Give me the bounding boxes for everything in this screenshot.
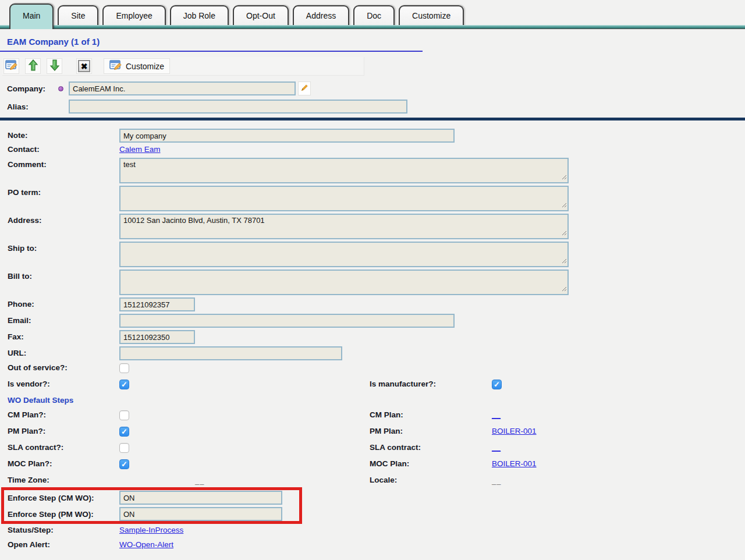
edit-record-button[interactable]: [3, 58, 19, 74]
moc-plan-label: MOC Plan:: [370, 459, 492, 468]
status-step-label: Status/Step:: [8, 526, 119, 534]
cm-plan-checkbox[interactable]: [119, 410, 129, 420]
comment-textarea[interactable]: test: [119, 158, 569, 183]
resize-grip-icon[interactable]: [562, 201, 567, 210]
url-input[interactable]: [119, 346, 342, 360]
pm-plan-link[interactable]: BOILER-001: [492, 427, 537, 435]
enforce-step-cm-input[interactable]: [119, 491, 282, 505]
phone-label: Phone:: [8, 297, 119, 309]
toolbar: ✖ Customize: [2, 57, 364, 76]
is-vendor-label: Is vendor?:: [8, 380, 119, 388]
enforce-step-pm-label: Enforce Step (PM WO):: [8, 510, 119, 519]
wo-default-steps-heading: WO Default Steps: [8, 396, 745, 405]
sla-contract-cb-label: SLA contract?:: [8, 443, 119, 452]
moc-plan-checkbox[interactable]: [119, 459, 129, 469]
pencil-icon: [300, 83, 309, 94]
email-input[interactable]: [119, 314, 455, 328]
edit-company-button[interactable]: [298, 81, 311, 95]
close-icon: ✖: [78, 60, 90, 72]
resize-grip-icon[interactable]: [562, 229, 567, 238]
time-zone-label: Time Zone:: [8, 476, 119, 484]
bill-to-label: Bill to:: [8, 270, 119, 281]
note-input[interactable]: [119, 129, 455, 143]
address-label: Address:: [8, 214, 119, 225]
enforce-step-cm-label: Enforce Step (CM WO):: [8, 494, 119, 502]
cm-plan-link[interactable]: __: [492, 410, 501, 419]
comment-label: Comment:: [8, 158, 119, 169]
open-alert-link[interactable]: WO-Open-Alert: [119, 540, 173, 549]
edit-form-icon: [109, 59, 122, 73]
company-label: Company:: [7, 84, 58, 93]
email-label: Email:: [8, 314, 119, 325]
tab-main[interactable]: Main: [9, 3, 54, 29]
main-form: Note: Contact: Calem Eam Comment: test P…: [0, 120, 745, 549]
page-title: EAM Company (1 of 1): [7, 37, 745, 47]
cm-plan-cb-label: CM Plan?:: [8, 410, 119, 419]
locale-label: Locale:: [370, 476, 492, 484]
pm-plan-label: PM Plan:: [370, 427, 492, 435]
pm-plan-cb-label: PM Plan?:: [8, 427, 119, 435]
resize-grip-icon[interactable]: [562, 285, 567, 293]
resize-grip-icon[interactable]: [562, 257, 567, 265]
customize-button-label: Customize: [126, 62, 164, 71]
alias-label: Alias:: [7, 102, 69, 111]
moc-plan-cb-label: MOC Plan?:: [8, 459, 119, 468]
po-term-label: PO term:: [8, 186, 119, 197]
alias-input[interactable]: [69, 100, 407, 114]
phone-input[interactable]: [119, 297, 195, 311]
pm-plan-checkbox[interactable]: [119, 427, 129, 437]
url-label: URL:: [8, 346, 119, 357]
edit-form-icon: [5, 59, 17, 73]
customize-button[interactable]: Customize: [104, 58, 170, 74]
resize-grip-icon[interactable]: [562, 173, 567, 182]
company-input[interactable]: [69, 81, 296, 95]
po-term-textarea[interactable]: [119, 186, 569, 211]
tab-bar: Main Site Employee Job Role Opt-Out Addr…: [0, 0, 745, 29]
address-textarea[interactable]: 10012 San Jacinto Blvd, Austin, TX 78701: [119, 214, 569, 239]
sla-contract-label: SLA contract:: [370, 443, 492, 452]
move-up-button[interactable]: [25, 58, 41, 74]
fax-label: Fax:: [8, 330, 119, 341]
move-down-button[interactable]: [47, 58, 62, 74]
move-up-icon: [28, 59, 38, 73]
is-manufacturer-checkbox[interactable]: [492, 380, 502, 389]
title-underline: [0, 51, 423, 52]
sla-contract-link[interactable]: __: [492, 443, 501, 452]
cm-plan-label: CM Plan:: [370, 410, 492, 419]
note-label: Note:: [8, 129, 119, 140]
contact-label: Contact:: [8, 145, 119, 154]
close-button[interactable]: ✖: [76, 58, 92, 74]
sla-contract-checkbox[interactable]: [119, 443, 129, 453]
ship-to-textarea[interactable]: [119, 242, 569, 267]
time-zone-value: __: [195, 476, 204, 485]
locale-value: __: [492, 476, 501, 485]
enforce-step-pm-input[interactable]: [119, 507, 282, 521]
out-of-service-checkbox[interactable]: [119, 363, 129, 373]
tab-strip: [0, 25, 745, 29]
moc-plan-link[interactable]: BOILER-001: [492, 459, 537, 468]
out-of-service-label: Out of service?:: [8, 363, 119, 372]
ship-to-label: Ship to:: [8, 242, 119, 253]
open-alert-label: Open Alert:: [8, 540, 119, 549]
is-manufacturer-label: Is manufacturer?:: [370, 380, 492, 388]
bill-to-textarea[interactable]: [119, 270, 569, 295]
move-down-icon: [49, 59, 60, 73]
fax-input[interactable]: [119, 330, 195, 344]
required-dot-icon: [58, 86, 63, 91]
status-step-link[interactable]: Sample-InProcess: [119, 526, 183, 534]
is-vendor-checkbox[interactable]: [119, 380, 129, 389]
contact-link[interactable]: Calem Eam: [119, 145, 161, 154]
